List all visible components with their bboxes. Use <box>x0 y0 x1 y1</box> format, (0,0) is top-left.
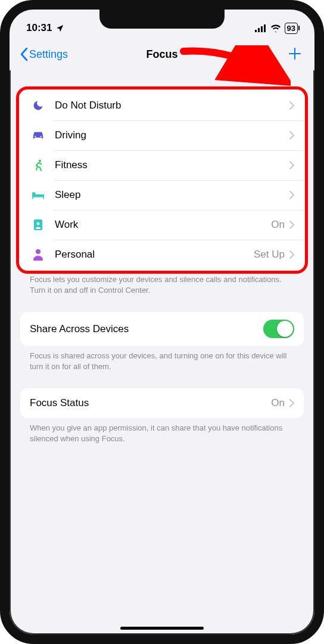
plus-icon <box>288 47 301 60</box>
row-label: Sleep <box>55 189 289 201</box>
chevron-right-icon <box>289 399 294 407</box>
cellular-icon <box>255 24 267 32</box>
row-label: Work <box>55 219 271 231</box>
svg-point-4 <box>35 136 36 137</box>
page-title: Focus <box>146 48 177 61</box>
focus-row-work[interactable]: Work On <box>20 210 304 240</box>
back-button[interactable]: Settings <box>20 48 68 61</box>
svg-rect-1 <box>258 28 260 32</box>
status-footer: When you give an app permission, it can … <box>20 418 304 444</box>
svg-rect-10 <box>43 197 44 199</box>
focus-row-driving[interactable]: Driving <box>20 120 304 150</box>
focus-row-do-not-disturb[interactable]: Do Not Disturb <box>20 91 304 120</box>
person-icon <box>30 249 46 261</box>
focus-status-label: Focus Status <box>30 397 271 409</box>
row-label: Personal <box>55 249 254 261</box>
svg-point-6 <box>39 160 41 162</box>
svg-point-13 <box>36 249 40 254</box>
moon-icon <box>30 100 46 112</box>
focus-row-fitness[interactable]: Fitness <box>20 150 304 180</box>
focus-footer: Focus lets you customize your devices an… <box>20 270 304 295</box>
share-footer: Focus is shared across your devices, and… <box>20 346 304 371</box>
svg-point-5 <box>40 136 41 137</box>
svg-rect-0 <box>255 30 257 32</box>
share-section: Share Across Devices <box>20 312 304 346</box>
chevron-right-icon <box>289 101 294 110</box>
focus-modes-list: Do Not Disturb Driving Fitness Sleep Wor… <box>20 91 304 270</box>
svg-rect-2 <box>261 26 263 32</box>
focus-row-sleep[interactable]: Sleep <box>20 180 304 210</box>
chevron-right-icon <box>289 191 294 199</box>
chevron-right-icon <box>289 250 294 259</box>
svg-rect-8 <box>32 192 36 194</box>
home-indicator[interactable] <box>120 627 204 630</box>
focus-status-section: Focus Status On <box>20 388 304 418</box>
row-detail: Set Up <box>254 249 285 261</box>
focus-row-personal[interactable]: Personal Set Up <box>20 240 304 270</box>
badge-icon <box>30 219 46 231</box>
chevron-right-icon <box>289 221 294 229</box>
focus-status-row[interactable]: Focus Status On <box>20 388 304 418</box>
row-label: Fitness <box>55 159 289 171</box>
car-icon <box>30 131 46 140</box>
bed-icon <box>30 191 46 199</box>
chevron-right-icon <box>289 161 294 169</box>
row-detail: On <box>271 219 285 231</box>
focus-status-detail: On <box>271 397 285 409</box>
wifi-icon <box>270 24 281 32</box>
row-label: Driving <box>55 129 289 141</box>
back-label: Settings <box>29 48 68 61</box>
share-across-devices-row[interactable]: Share Across Devices <box>20 312 304 346</box>
svg-point-12 <box>37 222 40 225</box>
svg-rect-9 <box>32 197 33 199</box>
runner-icon <box>30 159 46 171</box>
svg-rect-3 <box>264 24 266 32</box>
row-label: Do Not Disturb <box>55 100 289 112</box>
battery-icon: 93 <box>285 23 298 34</box>
chevron-left-icon <box>20 48 28 61</box>
status-time: 10:31 <box>26 22 52 34</box>
share-toggle[interactable] <box>263 320 294 338</box>
nav-bar: Settings Focus <box>10 39 314 70</box>
share-label: Share Across Devices <box>30 323 263 335</box>
add-button[interactable] <box>286 45 304 63</box>
notch <box>99 10 225 29</box>
location-icon <box>55 24 64 33</box>
chevron-right-icon <box>289 131 294 140</box>
svg-rect-7 <box>32 194 44 197</box>
